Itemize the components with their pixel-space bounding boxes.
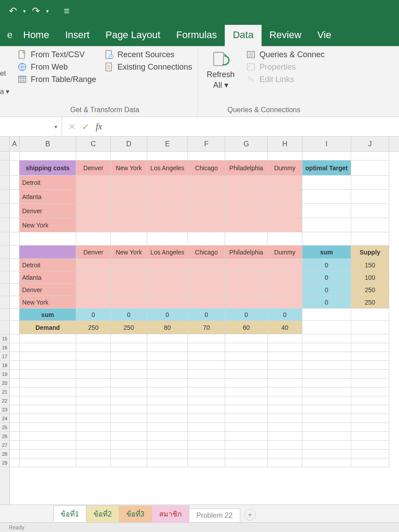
row-header[interactable]: 23 (0, 405, 9, 414)
existing-connections-button[interactable]: Existing Connections (104, 62, 192, 72)
cell[interactable]: sum (20, 309, 76, 321)
cell[interactable]: 0 (225, 309, 268, 321)
cell[interactable]: Supply (351, 246, 389, 259)
cells-area[interactable]: shipping costsDenverNew YorkLos AngelesC… (10, 152, 399, 467)
from-table-range-button[interactable]: From Table/Range (17, 74, 96, 84)
cell[interactable]: Chicago (188, 246, 225, 259)
column-headers[interactable]: ABCDEFGHIJ (10, 137, 399, 152)
cell[interactable] (268, 218, 302, 232)
cell[interactable]: Denver (76, 246, 111, 259)
cell[interactable] (188, 259, 225, 271)
cell[interactable] (147, 190, 188, 204)
row-header[interactable]: 20 (0, 379, 9, 387)
cell[interactable] (111, 296, 147, 309)
cell[interactable]: 150 (351, 259, 389, 271)
cell[interactable] (268, 271, 302, 284)
cell[interactable]: Detroit (20, 176, 76, 190)
cell[interactable]: 250 (351, 296, 389, 309)
row-header[interactable]: 25 (0, 423, 9, 432)
column-header[interactable]: B (20, 137, 76, 151)
cell[interactable]: Denver (20, 204, 76, 218)
cell[interactable]: 0 (268, 309, 302, 321)
row-header[interactable] (0, 218, 9, 232)
cell[interactable] (225, 204, 268, 218)
cell[interactable]: Demand (20, 321, 76, 334)
cell[interactable]: sum (302, 246, 351, 259)
cell[interactable] (147, 284, 188, 296)
row-header[interactable]: 15 (0, 334, 9, 343)
cell[interactable]: New York (20, 296, 76, 309)
cell[interactable] (76, 190, 111, 204)
cell[interactable] (76, 284, 111, 296)
tab-insert[interactable]: Insert (57, 25, 98, 46)
cell[interactable] (188, 271, 225, 284)
row-header[interactable] (0, 309, 9, 321)
cell[interactable]: 0 (76, 309, 111, 321)
undo-dropdown[interactable]: ▾ (23, 8, 26, 14)
cell[interactable] (225, 271, 268, 284)
add-sheet-button[interactable]: ＋ (244, 509, 256, 520)
row-header[interactable]: 16 (0, 343, 9, 352)
tab-formulas[interactable]: Formulas (168, 25, 225, 46)
edit-links-button[interactable]: Edit Links (246, 74, 325, 84)
cell[interactable] (76, 176, 111, 190)
cell[interactable] (188, 204, 225, 218)
cell[interactable] (147, 271, 188, 284)
sheet-tab[interactable]: Problem 22 (189, 509, 240, 522)
cell[interactable]: 0 (302, 284, 351, 296)
cell[interactable] (225, 218, 268, 232)
row-header[interactable] (0, 321, 9, 334)
cell[interactable] (147, 176, 188, 190)
accept-icon[interactable]: ✓ (82, 121, 90, 132)
tab-review[interactable]: Review (262, 25, 309, 46)
row-header[interactable]: 17 (0, 352, 9, 361)
row-header[interactable]: 22 (0, 396, 9, 405)
recent-sources-button[interactable]: Recent Sources (104, 50, 192, 59)
row-header[interactable] (0, 246, 9, 259)
tab-home[interactable]: Home (15, 25, 57, 46)
cell[interactable]: 250 (111, 321, 147, 334)
cell[interactable]: Denver (20, 284, 76, 296)
redo-dropdown[interactable]: ▾ (46, 8, 49, 14)
cell[interactable]: 0 (302, 296, 351, 309)
properties-button[interactable]: Properties (246, 62, 325, 72)
undo-button[interactable]: ↶ (9, 5, 17, 17)
cell[interactable]: 250 (76, 321, 111, 334)
cell[interactable]: Philadelphia (225, 160, 268, 176)
refresh-all-button[interactable]: Refresh All ▾ (203, 50, 238, 90)
column-header[interactable]: E (147, 137, 188, 151)
row-header[interactable] (0, 259, 9, 271)
column-header[interactable]: A (10, 137, 20, 151)
cell[interactable]: shipping costs (20, 160, 76, 176)
cell[interactable]: optimal Target (302, 160, 351, 176)
cell[interactable] (188, 296, 225, 309)
row-header[interactable]: 27 (0, 441, 9, 450)
from-web-button[interactable]: From Web (17, 62, 96, 72)
cell[interactable]: Chicago (188, 160, 225, 176)
cell[interactable] (268, 259, 302, 271)
cell[interactable]: 60 (225, 321, 268, 334)
column-header[interactable]: F (188, 137, 225, 151)
cell[interactable]: Detroit (20, 259, 76, 271)
cell[interactable] (268, 296, 302, 309)
queries-connections-button[interactable]: Queries & Connec (246, 50, 325, 59)
column-header[interactable]: G (225, 137, 268, 151)
row-header[interactable]: 28 (0, 450, 9, 458)
row-headers[interactable]: 151617181920212223242526272829 (0, 137, 10, 505)
cell[interactable] (225, 296, 268, 309)
cell[interactable]: New York (20, 218, 76, 232)
cell[interactable]: Atlanta (20, 271, 76, 284)
column-header[interactable]: I (302, 137, 351, 151)
cell[interactable]: Los Angeles (147, 246, 188, 259)
sheet-tab[interactable]: สมาชิก (152, 505, 189, 522)
cell[interactable] (225, 176, 268, 190)
formula-input[interactable] (108, 117, 399, 136)
cell[interactable]: 0 (188, 309, 225, 321)
cell[interactable] (20, 246, 76, 259)
cell[interactable] (188, 284, 225, 296)
cell[interactable]: New York (111, 160, 147, 176)
cell[interactable] (188, 190, 225, 204)
cell[interactable] (268, 204, 302, 218)
cell[interactable] (111, 176, 147, 190)
tab-data[interactable]: Data (225, 25, 261, 46)
